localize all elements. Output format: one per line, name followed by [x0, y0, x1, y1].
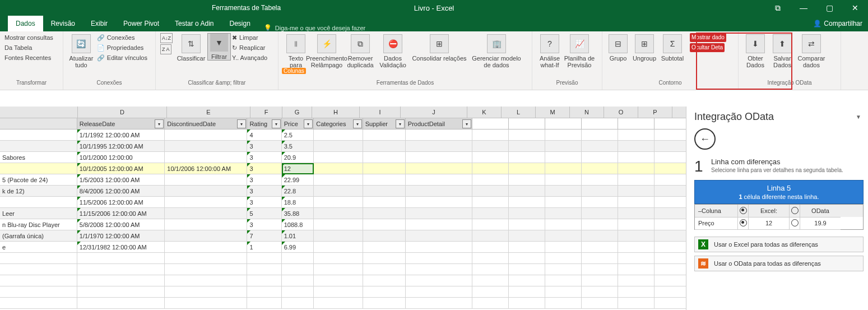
cell[interactable] — [509, 264, 545, 275]
cell[interactable] — [314, 230, 363, 242]
cell[interactable] — [472, 141, 509, 152]
col-header-D[interactable]: D — [78, 107, 167, 118]
cell[interactable] — [165, 286, 247, 298]
cell[interactable] — [545, 230, 582, 242]
cell[interactable] — [582, 286, 618, 298]
cell[interactable] — [509, 230, 545, 242]
radio-excel-value[interactable] — [738, 217, 749, 230]
cell[interactable] — [165, 141, 247, 152]
salvar-dados-button[interactable]: ⬆ Salvar Dados — [769, 33, 796, 68]
cell[interactable] — [314, 275, 363, 286]
cell[interactable] — [363, 197, 406, 208]
cell[interactable]: 22.99 — [282, 174, 314, 186]
cell[interactable]: 4 — [247, 129, 281, 141]
cell[interactable] — [0, 129, 77, 141]
cell[interactable] — [618, 174, 655, 186]
remover-duplicadas-button[interactable]: ⧉ Remover duplicada — [344, 33, 377, 68]
cell[interactable] — [363, 298, 406, 309]
filter-dropdown-icon[interactable]: ▾ — [462, 119, 471, 128]
cell[interactable] — [406, 242, 472, 253]
cell[interactable]: n Blu-ray Disc Player — [0, 219, 77, 230]
cell[interactable] — [165, 264, 247, 275]
filter-dropdown-icon[interactable]: ▾ — [237, 119, 246, 128]
cell[interactable] — [509, 163, 545, 174]
tab-powerpivot[interactable]: Power Pivot — [115, 16, 167, 31]
cell[interactable] — [545, 242, 582, 253]
cell[interactable] — [363, 219, 406, 230]
cell[interactable] — [363, 208, 406, 219]
cell[interactable] — [618, 163, 655, 174]
cell[interactable]: 1088.8 — [282, 219, 314, 230]
cell[interactable] — [314, 298, 363, 309]
cell[interactable] — [165, 152, 247, 163]
cell[interactable] — [509, 242, 545, 253]
minimize-button[interactable]: — — [791, 0, 816, 16]
cell[interactable] — [545, 174, 582, 186]
radio-excel-header[interactable] — [738, 205, 749, 218]
cell[interactable]: Leer — [0, 208, 77, 219]
cell[interactable] — [472, 129, 509, 141]
table-row[interactable]: e12/31/1982 12:00:00 AM16.99 — [0, 242, 691, 253]
editar-vinculos-button[interactable]: 🔗Editar vínculos — [96, 53, 148, 62]
cell[interactable] — [509, 208, 545, 219]
sort-za-button[interactable]: Z A — [159, 44, 174, 54]
cell[interactable] — [314, 219, 363, 230]
cell[interactable]: 3 — [247, 186, 281, 197]
consolidar-button[interactable]: ⊞ Consolidar relações — [409, 33, 470, 62]
cell[interactable] — [0, 163, 77, 174]
cell[interactable] — [0, 286, 77, 298]
cell[interactable] — [77, 253, 165, 264]
share-button[interactable]: 👤 Compartilhar — [813, 16, 862, 31]
cell[interactable] — [545, 275, 582, 286]
cell[interactable] — [406, 152, 472, 163]
filtrar-button[interactable]: ▼ Filtrar — [207, 33, 231, 61]
cell[interactable] — [582, 197, 618, 208]
cell[interactable] — [582, 141, 618, 152]
cell[interactable]: 1/5/2003 12:00:00 AM — [77, 174, 165, 186]
cell[interactable]: 3 — [247, 197, 281, 208]
maximize-button[interactable]: ▢ — [816, 0, 842, 16]
cell[interactable]: 5 — [247, 208, 281, 219]
cell[interactable] — [363, 242, 406, 253]
col-header-K[interactable]: K — [467, 107, 502, 118]
cell[interactable]: 10/1/1995 12:00:00 AM — [77, 141, 165, 152]
header-releasedate[interactable]: ReleaseDate▾ — [77, 118, 165, 129]
col-header-P[interactable]: P — [638, 107, 672, 118]
cell[interactable] — [509, 298, 545, 309]
cell[interactable] — [0, 275, 77, 286]
cell[interactable] — [282, 253, 314, 264]
ungroup-button[interactable]: ⊞ Ungroup — [630, 33, 658, 62]
table-row[interactable]: n Blu-ray Disc Player5/8/2008 12:00:00 A… — [0, 219, 691, 230]
cell[interactable]: 35.88 — [282, 208, 314, 219]
tab-design[interactable]: Design — [221, 16, 258, 31]
cell[interactable] — [618, 264, 655, 275]
cell[interactable] — [363, 152, 406, 163]
cell[interactable] — [618, 141, 655, 152]
cell[interactable] — [545, 152, 582, 163]
cell[interactable] — [618, 230, 655, 242]
cell[interactable]: 1/1/1992 12:00:00 AM — [77, 129, 165, 141]
table-row-empty[interactable] — [0, 253, 691, 264]
filter-dropdown-icon[interactable]: ▾ — [155, 119, 164, 128]
col-header-L[interactable]: L — [502, 107, 536, 118]
col-header-F[interactable]: F — [250, 107, 282, 118]
cell[interactable]: 3 — [247, 174, 281, 186]
header-categories[interactable]: Categories▾ — [314, 118, 363, 129]
cell[interactable] — [77, 275, 165, 286]
cell[interactable]: 3 — [247, 152, 281, 163]
reaplicar-button[interactable]: ↻Reaplicar — [231, 43, 268, 52]
cell[interactable]: e — [0, 242, 77, 253]
cell[interactable] — [582, 230, 618, 242]
cell[interactable] — [314, 242, 363, 253]
tell-me-search[interactable]: 💡 Diga-me o que você deseja fazer — [264, 24, 365, 31]
cell[interactable] — [618, 298, 655, 309]
col-header-M[interactable]: M — [536, 107, 570, 118]
cell[interactable]: 11/5/2006 12:00:00 AM — [77, 197, 165, 208]
header-rating[interactable]: Rating▾ — [247, 118, 281, 129]
cell[interactable] — [406, 141, 472, 152]
cell[interactable] — [406, 286, 472, 298]
cell[interactable] — [472, 264, 509, 275]
cell[interactable] — [282, 275, 314, 286]
ocultar-detalhe-button[interactable]: Ocultar Deta — [689, 43, 727, 52]
col-header-N[interactable]: N — [570, 107, 604, 118]
